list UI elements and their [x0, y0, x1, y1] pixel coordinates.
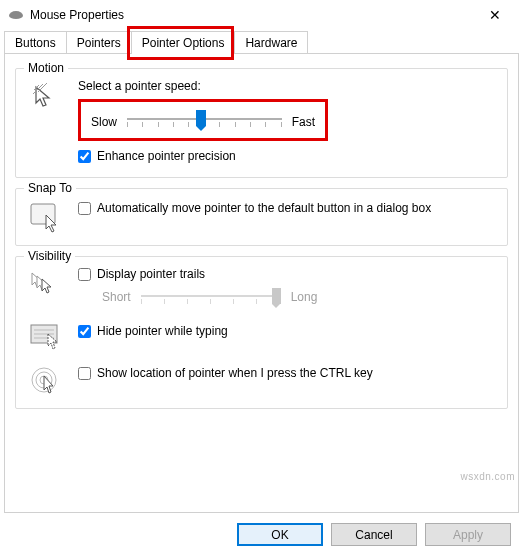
trails-short-label: Short — [102, 290, 131, 304]
pointer-trails-icon — [26, 267, 66, 301]
tab-pointers[interactable]: Pointers — [66, 31, 132, 54]
cancel-button[interactable]: Cancel — [331, 523, 417, 546]
group-motion: Motion Select a pointer speed: Slow Fast — [15, 68, 508, 178]
ctrl-locate-label: Show location of pointer when I press th… — [97, 366, 373, 382]
hide-typing-label: Hide pointer while typing — [97, 324, 228, 340]
pointer-trails-label: Display pointer trails — [97, 267, 205, 283]
pointer-speed-icon — [26, 79, 66, 111]
trails-slider — [141, 286, 281, 308]
hide-typing-checkbox[interactable] — [78, 325, 91, 338]
window-title: Mouse Properties — [30, 8, 475, 22]
fast-label: Fast — [292, 115, 315, 129]
mouse-icon — [8, 10, 24, 20]
close-button[interactable]: ✕ — [475, 7, 515, 23]
speed-label: Select a pointer speed: — [78, 79, 497, 93]
group-title-motion: Motion — [24, 61, 68, 75]
title-bar: Mouse Properties ✕ — [0, 0, 523, 30]
slow-label: Slow — [91, 115, 117, 129]
group-snap-to: Snap To Automatically move pointer to th… — [15, 188, 508, 246]
speed-slider[interactable] — [127, 108, 282, 136]
tab-pointer-options[interactable]: Pointer Options — [131, 31, 236, 54]
hide-typing-icon — [26, 320, 66, 350]
group-title-snap: Snap To — [24, 181, 76, 195]
ok-button[interactable]: OK — [237, 523, 323, 546]
snap-to-icon — [26, 199, 66, 233]
trails-slider-thumb — [272, 288, 281, 304]
ctrl-locate-checkbox[interactable] — [78, 367, 91, 380]
group-visibility: Visibility Display pointer trails Short — [15, 256, 508, 410]
tab-buttons[interactable]: Buttons — [4, 31, 67, 54]
highlight-box-speed: Slow Fast — [78, 99, 328, 141]
tab-hardware[interactable]: Hardware — [234, 31, 308, 54]
tab-strip: Buttons Pointers Pointer Options Hardwar… — [0, 30, 523, 53]
apply-button: Apply — [425, 523, 511, 546]
ctrl-locate-icon — [26, 362, 66, 396]
snap-to-checkbox[interactable] — [78, 202, 91, 215]
enhance-precision-checkbox[interactable] — [78, 150, 91, 163]
trails-long-label: Long — [291, 290, 318, 304]
group-title-visibility: Visibility — [24, 249, 75, 263]
snap-to-label: Automatically move pointer to the defaul… — [97, 201, 431, 217]
dialog-buttons: OK Cancel Apply — [0, 513, 523, 548]
enhance-precision-label: Enhance pointer precision — [97, 149, 236, 165]
speed-slider-thumb[interactable] — [196, 110, 206, 126]
tab-panel: Motion Select a pointer speed: Slow Fast — [4, 53, 519, 513]
pointer-trails-checkbox[interactable] — [78, 268, 91, 281]
